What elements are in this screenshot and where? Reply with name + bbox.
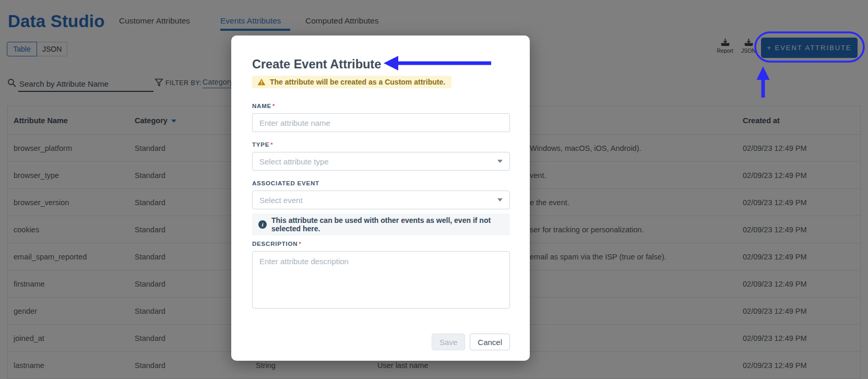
associated-event-placeholder: Select event xyxy=(259,196,303,205)
attribute-name-input[interactable] xyxy=(252,113,510,132)
custom-attribute-warning: The attribute will be created as a Custo… xyxy=(252,76,451,88)
description-label-text: DESCRIPTION xyxy=(252,241,298,247)
info-icon: i xyxy=(258,220,267,229)
info-note-text: This attribute can be used with other ev… xyxy=(271,216,504,233)
type-field-label: TYPE* xyxy=(252,141,510,148)
create-event-attribute-modal: Create Event Attribute The attribute wil… xyxy=(231,35,530,361)
type-label-text: TYPE xyxy=(252,141,269,148)
name-label-text: NAME xyxy=(252,103,271,109)
attribute-type-select[interactable]: Select attribute type xyxy=(252,152,510,171)
required-asterisk: * xyxy=(272,103,275,109)
warning-text: The attribute will be created as a Custo… xyxy=(270,78,445,86)
required-asterisk: * xyxy=(270,141,273,148)
chevron-down-icon xyxy=(497,198,503,202)
associated-event-field-label: ASSOCIATED EVENT xyxy=(252,180,510,186)
attribute-description-textarea[interactable] xyxy=(252,251,510,309)
name-field-label: NAME* xyxy=(252,103,510,109)
description-field-label: DESCRIPTION* xyxy=(252,241,510,247)
modal-title: Create Event Attribute xyxy=(252,57,510,72)
chevron-down-icon xyxy=(497,160,503,163)
cancel-button[interactable]: Cancel xyxy=(470,334,510,350)
required-asterisk: * xyxy=(299,241,301,247)
associated-event-select[interactable]: Select event xyxy=(252,191,510,209)
modal-footer: Save Cancel xyxy=(252,334,510,350)
attribute-type-placeholder: Select attribute type xyxy=(259,157,329,166)
save-button[interactable]: Save xyxy=(432,334,465,350)
warning-triangle-icon xyxy=(257,78,266,86)
event-usage-info-note: i This attribute can be used with other … xyxy=(252,214,510,235)
